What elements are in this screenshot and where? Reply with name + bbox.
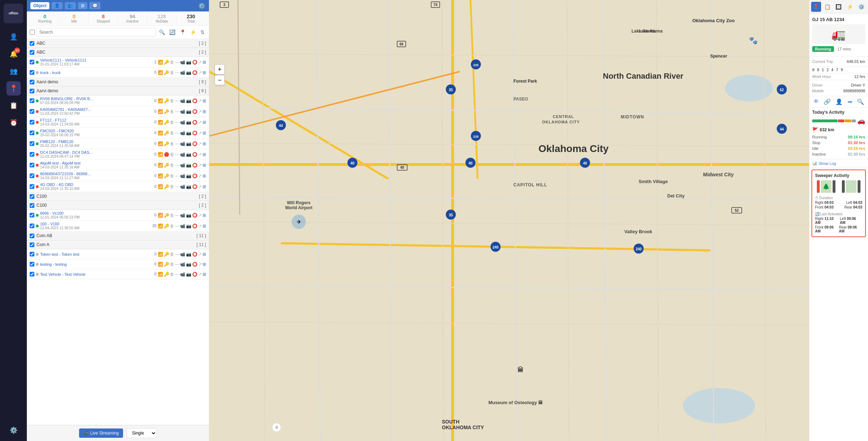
circle-icon[interactable]: ⭕ bbox=[192, 213, 198, 218]
camera-icon[interactable]: 📷 bbox=[186, 224, 191, 229]
grid-icon[interactable]: ⊞ bbox=[203, 131, 206, 136]
list-item[interactable]: Token test - Token test 0 📶 🔑 🗑 — 📹 📷 ⭕ … bbox=[27, 249, 209, 259]
list-item[interactable]: Test Vehicle - Test Vehicle 0 📶 🔑 🗑 — 📹 … bbox=[27, 269, 209, 279]
circle-icon[interactable]: ⭕ bbox=[192, 173, 198, 178]
camera-icon[interactable]: 📷 bbox=[186, 120, 191, 125]
circle-icon[interactable]: ⭕ bbox=[192, 224, 198, 229]
video-icon[interactable]: 📹 bbox=[180, 98, 185, 103]
live-streaming-button[interactable]: 📹 Live Streaming bbox=[79, 428, 123, 438]
vehicle-name[interactable]: 6666 - Vc100 bbox=[40, 211, 151, 215]
share-icon[interactable]: ↗ bbox=[198, 109, 202, 114]
grid-icon[interactable]: ⊞ bbox=[203, 163, 206, 168]
group-checkbox[interactable] bbox=[30, 89, 34, 93]
grid-icon[interactable]: ⊞ bbox=[203, 213, 206, 218]
vehicle-name[interactable]: RV06 BANGLORE - RV06 B... bbox=[40, 97, 151, 101]
share-icon[interactable]: ↗ bbox=[198, 131, 202, 136]
vehicle-checkbox[interactable] bbox=[30, 173, 34, 178]
circle-icon[interactable]: ⭕ bbox=[192, 152, 198, 157]
zoom-out-button[interactable]: − bbox=[215, 75, 225, 85]
grid-icon[interactable]: ⊞ bbox=[203, 120, 206, 125]
share-icon[interactable]: ↗ bbox=[198, 163, 202, 168]
status-total[interactable]: 230 Total bbox=[176, 13, 205, 24]
video-icon[interactable]: 📹 bbox=[180, 109, 185, 114]
list-item[interactable]: FMB120 - FMB120 20-02-2024 11:35:58 AM 0… bbox=[27, 138, 209, 149]
video-icon[interactable]: 📹 bbox=[180, 70, 185, 75]
vehicle-checkbox[interactable] bbox=[30, 163, 34, 167]
vehicle-checkbox[interactable] bbox=[30, 98, 34, 103]
group-checkbox[interactable] bbox=[30, 234, 34, 238]
panel-settings-icon[interactable]: ⚙️ bbox=[198, 3, 205, 9]
list-item[interactable]: DC4 DASHCAM - DC4 DAS... 11-03-2024 06:4… bbox=[27, 149, 209, 160]
group-abc1[interactable]: ABC [ 2 ] bbox=[27, 39, 209, 48]
group-abc2[interactable]: ABC [ 2 ] bbox=[27, 48, 209, 57]
vehicle-name[interactable]: 869689043721539 - 86968... bbox=[40, 172, 151, 176]
video-icon[interactable]: 📹 bbox=[180, 272, 185, 277]
video-icon[interactable]: 📹 bbox=[180, 131, 185, 136]
video-icon[interactable]: 📹 bbox=[180, 60, 185, 65]
camera-icon[interactable]: 📷 bbox=[186, 109, 191, 114]
vehicle-name[interactable]: FT112 - FT112 bbox=[40, 118, 151, 122]
grid-icon[interactable]: ⊞ bbox=[203, 70, 206, 75]
video-icon[interactable]: 📹 bbox=[180, 120, 185, 125]
group-c100b[interactable]: C100 [ 2 ] bbox=[27, 201, 209, 210]
delete-icon[interactable]: 🗑 bbox=[170, 60, 174, 65]
vehicle-checkbox[interactable] bbox=[30, 70, 34, 75]
vehicle-checkbox[interactable] bbox=[30, 109, 34, 114]
circle-icon[interactable]: ⭕ bbox=[192, 120, 198, 125]
list-item[interactable]: KA05AM2781 - KA05AM27... 11-03-2024 12:5… bbox=[27, 106, 209, 117]
circle-icon[interactable]: ⭕ bbox=[192, 131, 198, 136]
share-icon[interactable]: ↗ bbox=[198, 152, 202, 157]
share-icon[interactable]: ↗ bbox=[198, 224, 202, 229]
vehicle-name[interactable]: Vehicle1111 - Vehicle1111 bbox=[40, 58, 151, 62]
circle-icon[interactable]: ⭕ bbox=[192, 141, 198, 146]
list-item[interactable]: testing - testing 0 📶 🔑 🗑 — 📹 📷 ⭕ ↗ ⊞ bbox=[27, 259, 209, 269]
group-checkbox-abc1[interactable] bbox=[30, 41, 34, 46]
group-checkbox[interactable] bbox=[30, 80, 34, 84]
list-item[interactable]: FT112 - FT112 14-03-2024 11:34:56 AM 0 📶… bbox=[27, 117, 209, 128]
vehicle-name[interactable]: Test Vehicle - Test Vehicle bbox=[40, 272, 151, 276]
share-icon[interactable]: ↗ bbox=[198, 70, 202, 75]
video-icon[interactable]: 📹 bbox=[180, 173, 185, 178]
rt-icon-flash[interactable]: ⚡ bbox=[845, 2, 855, 12]
share-icon[interactable]: ↗ bbox=[198, 262, 202, 267]
video-icon[interactable]: 📹 bbox=[180, 262, 185, 267]
camera-icon[interactable]: 📷 bbox=[186, 163, 191, 168]
video-icon[interactable]: 📹 bbox=[180, 184, 185, 189]
vehicle-name[interactable]: testing - testing bbox=[40, 262, 151, 266]
delete-icon[interactable]: 🗑 bbox=[170, 163, 174, 168]
vehicle-checkbox[interactable] bbox=[30, 252, 34, 256]
vehicle-name[interactable]: DC4 DASHCAM - DC4 DAS... bbox=[40, 150, 151, 155]
vehicle-checkbox[interactable] bbox=[30, 272, 34, 276]
rt-icon-list[interactable]: 📋 bbox=[823, 2, 833, 12]
group-aarvi2[interactable]: Aarvi demo [ 9 ] bbox=[27, 87, 209, 95]
list-item[interactable]: AlgoM test - AlgoM test 14-03-2024 11:35… bbox=[27, 160, 209, 171]
vehicle-name[interactable]: FMB120 - FMB120 bbox=[40, 139, 151, 144]
select-all-checkbox[interactable] bbox=[30, 30, 35, 35]
map-area[interactable]: 40 40 40 35 35 44 240 240 44 3 74 66 40 … bbox=[209, 0, 809, 441]
grid-icon[interactable]: ⊞ bbox=[203, 184, 206, 189]
camera-icon[interactable]: 📷 bbox=[186, 98, 191, 103]
circle-icon[interactable]: ⭕ bbox=[192, 70, 198, 75]
circle-icon[interactable]: ⭕ bbox=[192, 184, 198, 189]
video-icon[interactable]: 📹 bbox=[180, 141, 185, 146]
share-icon[interactable]: ↗ bbox=[198, 60, 202, 65]
vehicle-name[interactable]: 100 - V100 bbox=[40, 222, 151, 226]
vehicle-checkbox[interactable] bbox=[30, 152, 34, 157]
list-item[interactable]: 100 - V100 12-04-2023 11:36:55 AM 20 📶 🔑… bbox=[27, 221, 209, 231]
vehicle-checkbox[interactable] bbox=[30, 262, 34, 266]
circle-icon[interactable]: ⭕ bbox=[192, 60, 198, 65]
circle-icon[interactable]: ⭕ bbox=[192, 163, 198, 168]
list-item[interactable]: 869689043721539 - 86968... 14-03-2024 11… bbox=[27, 171, 209, 181]
camera-icon[interactable]: 📷 bbox=[186, 262, 191, 267]
delete-icon[interactable]: 🗑 bbox=[170, 224, 174, 229]
grid-icon[interactable]: ⊞ bbox=[203, 98, 206, 103]
action-navigate-icon[interactable]: ➡ bbox=[848, 98, 852, 105]
show-log-button[interactable]: 📊 Show Log bbox=[809, 160, 868, 167]
vehicle-checkbox[interactable] bbox=[30, 213, 34, 217]
share-icon[interactable]: ↗ bbox=[198, 98, 202, 103]
vehicle-checkbox[interactable] bbox=[30, 120, 34, 124]
list-item[interactable]: 4G OBD - 4G OBD 14-03-2024 11:35:15 AM 0… bbox=[27, 181, 209, 192]
delete-icon[interactable]: 🗑 bbox=[170, 252, 174, 257]
nav-alerts[interactable]: ⏰ bbox=[6, 116, 21, 130]
delete-icon[interactable]: 🗑 bbox=[170, 173, 174, 178]
